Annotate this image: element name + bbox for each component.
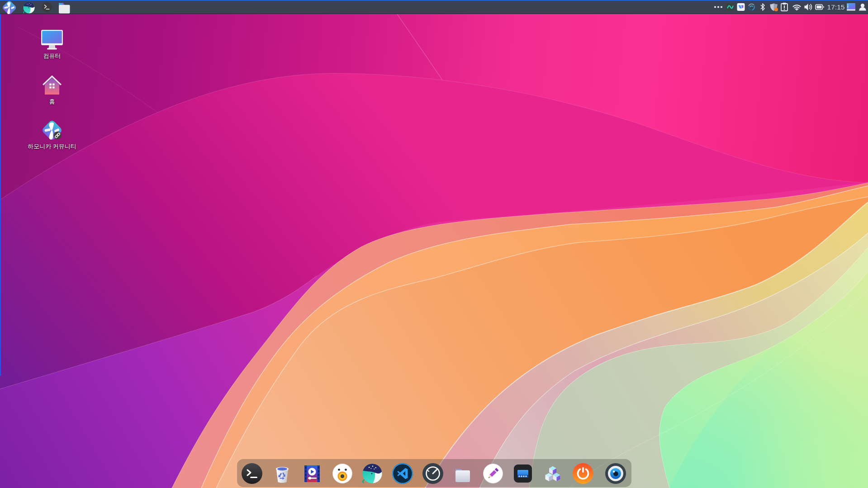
svg-text:17:15: 17:15 (827, 3, 845, 11)
